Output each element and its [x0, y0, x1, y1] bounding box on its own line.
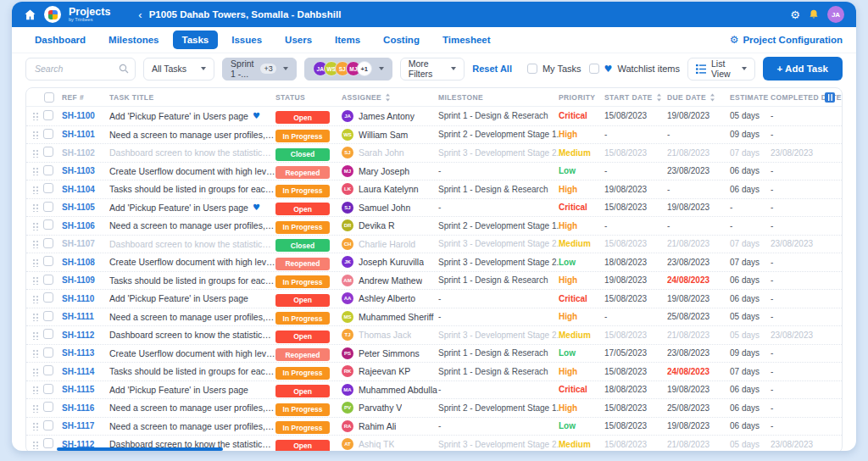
tab-costing[interactable]: Costing — [374, 31, 429, 49]
drag-handle-icon[interactable] — [26, 421, 43, 430]
row-checkbox[interactable] — [43, 311, 53, 321]
table-row[interactable]: SH-1102Dashboard screen to know the stat… — [26, 143, 842, 162]
row-checkbox[interactable] — [43, 165, 53, 175]
column-header-milestone[interactable]: MILESTONE — [438, 93, 559, 102]
task-ref-link[interactable]: SH-1109 — [62, 275, 109, 285]
watchlist-checkbox[interactable] — [589, 64, 599, 74]
row-checkbox[interactable] — [43, 347, 53, 358]
drag-handle-icon[interactable] — [26, 258, 43, 267]
tab-tasks[interactable]: Tasks — [173, 31, 219, 49]
task-ref-link[interactable]: SH-1101 — [62, 130, 109, 139]
drag-handle-icon[interactable] — [26, 239, 43, 248]
drag-handle-icon[interactable] — [26, 166, 43, 175]
home-icon[interactable] — [24, 8, 36, 21]
task-ref-link[interactable]: SH-1113 — [62, 348, 109, 358]
drag-handle-icon[interactable] — [26, 348, 43, 358]
assignee-filter-dropdown[interactable]: JAWSSJMJ+1 — [304, 58, 392, 81]
row-checkbox[interactable] — [43, 183, 53, 193]
task-ref-link[interactable]: SH-1105 — [62, 203, 109, 212]
app-logo[interactable] — [44, 6, 61, 23]
table-row[interactable]: SH-1117Need a screen to manage user prof… — [26, 417, 842, 436]
column-header-priority[interactable]: PRIORITY — [559, 93, 604, 102]
row-checkbox[interactable] — [43, 202, 53, 212]
drag-handle-icon[interactable] — [26, 330, 43, 340]
user-avatar[interactable]: JA — [827, 6, 844, 23]
row-checkbox[interactable] — [43, 384, 53, 394]
table-row[interactable]: SH-1100Add 'Pickup Feature' in Users pag… — [26, 107, 842, 125]
task-ref-link[interactable]: SH-1110 — [62, 294, 109, 303]
column-header-ref[interactable]: REF # — [62, 93, 109, 102]
task-ref-link[interactable]: SH-1104 — [62, 185, 109, 194]
column-header-estimate[interactable]: ESTIMATE — [730, 93, 771, 102]
watchlist-heart-icon[interactable]: ♥ — [253, 203, 260, 212]
view-mode-dropdown[interactable]: List View — [687, 58, 755, 81]
drag-handle-icon[interactable] — [26, 367, 43, 376]
drag-handle-icon[interactable] — [26, 221, 43, 230]
row-checkbox[interactable] — [43, 365, 53, 375]
column-header-due[interactable]: DUE DATE — [667, 93, 730, 102]
column-header-start[interactable]: START DATE — [604, 93, 667, 102]
table-row[interactable]: SH-1112Dashboard screen to know the stat… — [26, 325, 842, 344]
sort-icon[interactable] — [656, 93, 662, 102]
table-row[interactable]: SH-1103Create Userflow document with hig… — [26, 162, 842, 181]
notifications-bell-icon[interactable] — [808, 8, 820, 20]
table-row[interactable]: SH-1106Need a screen to manage user prof… — [26, 216, 842, 235]
table-row[interactable]: SH-1108Create Userflow document with hig… — [26, 253, 842, 271]
drag-handle-icon[interactable] — [26, 148, 43, 158]
drag-handle-icon[interactable] — [26, 385, 43, 394]
drag-handle-icon[interactable] — [26, 275, 43, 285]
row-checkbox[interactable] — [43, 219, 53, 230]
task-ref-link[interactable]: SH-1100 — [62, 111, 109, 120]
drag-handle-icon[interactable] — [26, 294, 43, 303]
table-row[interactable]: SH-1101Need a screen to manage user prof… — [26, 125, 842, 144]
row-checkbox[interactable] — [43, 329, 53, 339]
drag-handle-icon[interactable] — [26, 111, 43, 120]
task-ref-link[interactable]: SH-1107 — [62, 239, 109, 248]
task-ref-link[interactable]: SH-1111 — [62, 312, 109, 321]
task-ref-link[interactable]: SH-1106 — [62, 221, 109, 230]
drag-handle-icon[interactable] — [26, 185, 43, 194]
row-checkbox[interactable] — [43, 438, 53, 448]
task-ref-link[interactable]: SH-1114 — [62, 367, 109, 376]
tab-items[interactable]: Items — [326, 31, 370, 49]
table-row[interactable]: SH-1116Need a screen to manage user prof… — [26, 398, 842, 417]
tab-users[interactable]: Users — [275, 31, 321, 49]
back-chevron-icon[interactable]: ‹ — [138, 8, 142, 21]
task-ref-link[interactable]: SH-1112 — [62, 330, 109, 340]
row-checkbox[interactable] — [43, 147, 53, 157]
table-row[interactable]: SH-1110Add 'Pickup Feature' in Users pag… — [26, 289, 842, 308]
drag-handle-icon[interactable] — [26, 130, 43, 139]
manage-columns-icon[interactable] — [825, 92, 835, 103]
table-row[interactable]: SH-1111Need a screen to manage user prof… — [26, 308, 842, 326]
drag-handle-icon[interactable] — [26, 440, 43, 449]
table-row[interactable]: SH-1114Tasks should be listed in groups … — [26, 362, 842, 380]
column-header-assignee[interactable]: ASSIGNEE — [342, 93, 438, 102]
row-checkbox[interactable] — [43, 275, 53, 285]
more-filters-dropdown[interactable]: More Filters — [400, 58, 465, 81]
reset-all-link[interactable]: Reset All — [472, 64, 512, 74]
table-row[interactable]: SH-1105Add 'Pickup Feature' in Users pag… — [26, 198, 842, 217]
row-checkbox[interactable] — [43, 420, 53, 430]
drag-handle-icon[interactable] — [26, 312, 43, 321]
sort-icon[interactable] — [709, 93, 715, 102]
drag-handle-icon[interactable] — [26, 203, 43, 212]
tab-dashboard[interactable]: Dashboard — [25, 31, 95, 49]
my-tasks-toggle[interactable]: My Tasks — [527, 64, 581, 74]
task-ref-link[interactable]: SH-1108 — [62, 258, 109, 267]
column-header-title[interactable]: TASK TITLE — [109, 93, 275, 102]
horizontal-scrollbar[interactable] — [57, 447, 223, 451]
drag-handle-icon[interactable] — [26, 403, 43, 413]
tab-milestones[interactable]: Milestones — [99, 31, 168, 49]
watchlist-heart-icon[interactable]: ♥ — [253, 111, 260, 120]
table-row[interactable]: SH-1107Dashboard screen to know the stat… — [26, 235, 842, 253]
task-type-dropdown[interactable]: All Tasks — [143, 58, 214, 81]
column-header-status[interactable]: STATUS — [275, 93, 342, 102]
settings-gear-icon[interactable]: ⚙ — [790, 9, 800, 20]
sort-icon[interactable] — [385, 93, 391, 102]
row-checkbox[interactable] — [43, 110, 53, 120]
row-checkbox[interactable] — [43, 238, 53, 248]
task-ref-link[interactable]: SH-1102 — [62, 148, 109, 158]
task-ref-link[interactable]: SH-1117 — [62, 421, 109, 430]
select-all-checkbox[interactable] — [44, 92, 54, 103]
row-checkbox[interactable] — [43, 129, 53, 139]
